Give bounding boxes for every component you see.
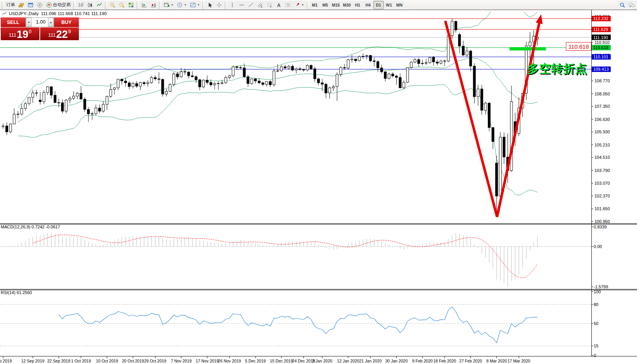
timeframe-h1-button[interactable]: H1 xyxy=(353,1,363,9)
templates-button[interactable]: ▼ xyxy=(188,1,201,9)
trendline-button[interactable] xyxy=(246,1,255,9)
ask-pipette: 9 xyxy=(68,29,71,34)
timeframe-mn-button[interactable]: MN xyxy=(394,1,405,9)
svg-text:30 Jan 2020: 30 Jan 2020 xyxy=(385,359,408,363)
date-axis[interactable]: Sep 201912 Sep 201922 Sep 20191 Oct 2019… xyxy=(0,356,530,363)
text-button[interactable]: A xyxy=(274,1,283,9)
timeframe-m1-button[interactable]: M1 xyxy=(310,1,320,9)
price-axis[interactable]: 112.350111.630110.910110.190109.490108.7… xyxy=(592,14,611,224)
svg-text:5 Dec 2019: 5 Dec 2019 xyxy=(245,359,266,363)
volume-field[interactable]: 1.00 xyxy=(32,18,48,27)
tile-windows-button[interactable] xyxy=(126,1,136,9)
toolbar-grip xyxy=(202,2,204,9)
timeframe-d1-button[interactable]: D1 xyxy=(373,1,384,9)
macd-indicator-label: MACD(12,26,9) 0.7242 -0.0617 xyxy=(1,225,60,229)
periods-button[interactable]: ▼ xyxy=(175,1,188,9)
barchart-icon xyxy=(78,2,84,8)
svg-text:27 Feb 2020: 27 Feb 2020 xyxy=(459,359,482,363)
gold-icon xyxy=(18,2,24,8)
symbol-chart-icon xyxy=(2,12,7,16)
svg-text:A: A xyxy=(277,2,281,8)
news-icon xyxy=(37,2,43,8)
hline-button[interactable] xyxy=(237,1,246,9)
dropdown-caret-icon: ▼ xyxy=(184,3,187,6)
channel-button[interactable]: E xyxy=(255,1,265,9)
crosshair-button[interactable] xyxy=(215,1,224,9)
toolbar-grip xyxy=(225,2,227,9)
volume-decrease-button[interactable]: ▼ xyxy=(26,18,32,27)
timeframe-h4-button[interactable]: H4 xyxy=(363,1,373,9)
cursor-icon xyxy=(207,2,213,8)
rsi-indicator-label: RSI(14) 61.2560 xyxy=(1,290,32,295)
svg-text:24 Dec 2019: 24 Dec 2019 xyxy=(292,359,315,363)
breakout-price-annotation[interactable]: 110.618 xyxy=(566,42,591,51)
bid-price[interactable]: 111 19 0 xyxy=(1,27,39,40)
turning-point-note[interactable]: 多空转折点 xyxy=(527,61,587,77)
ask-price[interactable]: 111 22 9 xyxy=(40,27,79,40)
svg-text:103.070: 103.070 xyxy=(594,181,610,185)
arrows-icon xyxy=(294,2,300,8)
one-click-trading-panel: SELL ▼ 1.00 ▲ BUY 111 19 0 111 22 9 xyxy=(1,17,79,40)
svg-text:106.630: 106.630 xyxy=(594,117,610,122)
news-button[interactable] xyxy=(35,1,44,9)
autoscroll-icon xyxy=(141,2,147,8)
toolbar-grip xyxy=(105,2,107,9)
sell-button[interactable]: SELL xyxy=(1,17,26,27)
cursor-button[interactable] xyxy=(205,1,215,9)
buy-button[interactable]: BUY xyxy=(54,17,79,27)
symbol-period-label: USDJPY-,Daily xyxy=(9,11,39,16)
gold-button[interactable] xyxy=(17,1,26,9)
timeframe-w1-button[interactable]: W1 xyxy=(384,1,394,9)
svg-text:105.930: 105.930 xyxy=(594,129,610,134)
new-chart-button[interactable]: ▼ xyxy=(162,1,175,9)
rsi-axis[interactable]: 1008050150 xyxy=(592,289,601,358)
svg-text:9 Feb 2020: 9 Feb 2020 xyxy=(412,359,433,363)
fibonacci-button[interactable]: F xyxy=(265,1,274,9)
svg-text:100.950: 100.950 xyxy=(594,219,610,224)
trend-icon xyxy=(248,2,254,8)
svg-text:107.350: 107.350 xyxy=(594,104,610,109)
auto-scroll-button[interactable] xyxy=(140,1,149,9)
macd-axis[interactable]: 0.83390.00-1.5799 xyxy=(592,225,608,289)
linechart-icon xyxy=(96,2,102,8)
bid-pips: 19 xyxy=(17,29,28,39)
svg-text:105.210: 105.210 xyxy=(594,143,610,147)
chat-button[interactable] xyxy=(627,1,636,9)
line-chart-button[interactable] xyxy=(95,1,104,9)
svg-text:E: E xyxy=(261,5,263,8)
autotrade-button[interactable]: 自动交易 xyxy=(44,1,72,9)
search-button[interactable] xyxy=(618,1,627,9)
timeframe-m15-button[interactable]: M15 xyxy=(330,1,341,9)
toolbar-grip xyxy=(2,2,3,9)
svg-text:1 Oct 2019: 1 Oct 2019 xyxy=(71,359,91,363)
chart-shift-button[interactable] xyxy=(149,1,158,9)
text-label-button[interactable]: T xyxy=(283,1,293,9)
vline-button[interactable] xyxy=(228,1,237,9)
zoomin-icon xyxy=(109,2,116,8)
zoom-out-button[interactable] xyxy=(117,1,126,9)
volume-increase-button[interactable]: ▲ xyxy=(48,18,54,27)
new-order-button[interactable]: 订单 xyxy=(5,1,17,9)
svg-text:110.618: 110.618 xyxy=(593,45,608,50)
svg-text:F: F xyxy=(270,5,272,8)
svg-text:0.8339: 0.8339 xyxy=(594,225,607,229)
bar-chart-button[interactable] xyxy=(76,1,85,9)
terminal-button[interactable] xyxy=(26,1,35,9)
timeframe-m30-button[interactable]: M30 xyxy=(341,1,352,9)
price-levels[interactable] xyxy=(0,19,591,69)
macd-signal-line xyxy=(33,235,538,278)
svg-text:Sep 2019: Sep 2019 xyxy=(0,359,12,363)
ask-base: 111 xyxy=(48,32,56,38)
timeframe-m5-button[interactable]: M5 xyxy=(320,1,330,9)
mt4-terminal: { "window": { "symbol_period": "USDJPY-,… xyxy=(0,0,637,364)
newchart-icon xyxy=(164,2,170,8)
highlight-bar-annotation[interactable] xyxy=(509,47,546,51)
labelT-icon: T xyxy=(285,2,291,8)
arrows-button[interactable]: ▼ xyxy=(293,1,306,9)
candle-chart-button[interactable] xyxy=(85,1,95,9)
crosshair-icon xyxy=(216,2,222,8)
zoom-in-button[interactable] xyxy=(108,1,117,9)
autotrade-button-label: 自动交易 xyxy=(53,2,71,8)
svg-text:80: 80 xyxy=(594,302,598,307)
svg-text:110.910: 110.910 xyxy=(594,40,610,45)
